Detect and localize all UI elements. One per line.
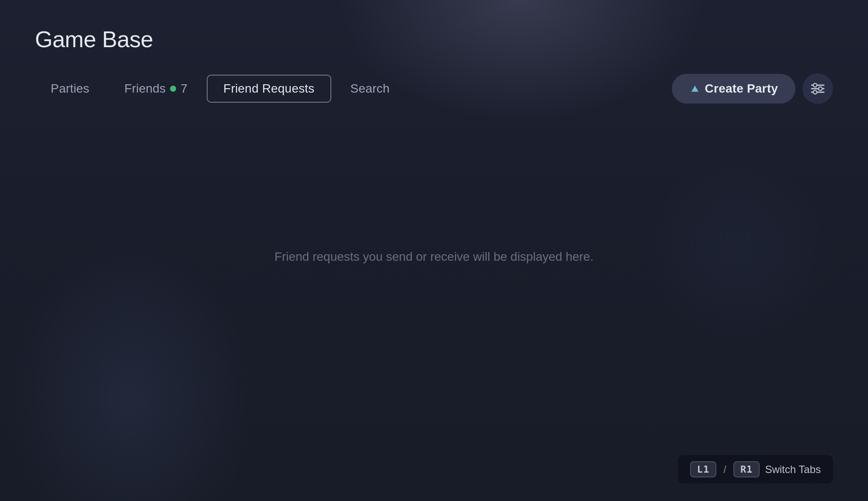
triangle-icon: [689, 83, 701, 94]
action-buttons: Create Party: [672, 73, 833, 104]
filter-icon: [811, 83, 825, 95]
navigation-bar: Parties Friends 7 Friend Requests Search…: [35, 73, 833, 104]
tab-friend-requests[interactable]: Friend Requests: [207, 75, 331, 103]
filter-button[interactable]: [802, 73, 833, 104]
hint-separator: /: [723, 463, 726, 476]
page-title: Game Base: [35, 26, 833, 52]
bottom-hint-bar: L1 / R1 Switch Tabs: [678, 455, 833, 484]
friends-tab-content: Friends 7: [125, 82, 188, 96]
tab-friends[interactable]: Friends 7: [109, 76, 204, 102]
friends-notification-dot: [170, 86, 176, 92]
svg-point-3: [813, 83, 817, 87]
create-party-label: Create Party: [705, 82, 778, 96]
friends-notification-count: 7: [181, 82, 187, 96]
switch-tabs-hint: L1 / R1 Switch Tabs: [678, 455, 833, 484]
tab-list: Parties Friends 7 Friend Requests Search: [35, 75, 672, 103]
tab-search[interactable]: Search: [335, 76, 406, 102]
create-party-button[interactable]: Create Party: [672, 74, 795, 104]
l1-badge: L1: [690, 461, 717, 477]
switch-tabs-label: Switch Tabs: [765, 463, 821, 476]
friends-tab-label: Friends: [125, 82, 166, 96]
triangle-shape: [691, 86, 698, 92]
r1-badge: R1: [733, 461, 760, 477]
tab-parties[interactable]: Parties: [35, 76, 105, 102]
svg-point-5: [813, 90, 817, 94]
main-content-area: Friend requests you send or receive will…: [35, 104, 833, 410]
svg-point-4: [819, 87, 822, 90]
empty-state-message: Friend requests you send or receive will…: [274, 250, 594, 264]
